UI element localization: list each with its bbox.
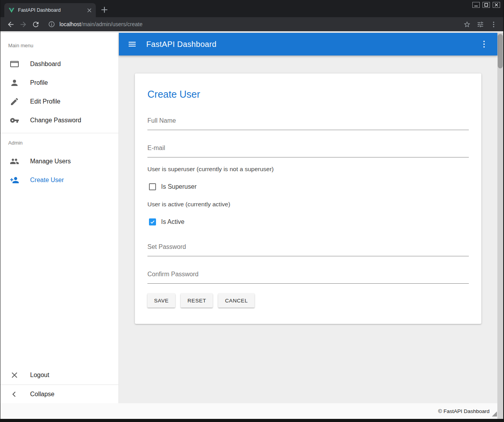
browser-window: FastAPI Dashboard [0, 0, 504, 422]
app-area: Main menu Dashboard Profile Edit Profile [0, 31, 503, 419]
maximize-button[interactable] [482, 2, 490, 8]
full-name-field[interactable] [147, 115, 469, 130]
close-window-button[interactable] [493, 2, 500, 8]
appbar-title: FastAPI Dashboard [146, 40, 470, 49]
sidebar-item-change-password[interactable]: Change Password [0, 111, 118, 130]
form-actions: SAVE RESET CANCEL [147, 293, 469, 308]
sidebar: Main menu Dashboard Profile Edit Profile [0, 33, 119, 403]
is-active-checkbox[interactable]: Is Active [149, 218, 469, 225]
minimize-button[interactable] [472, 2, 480, 8]
sidebar-item-label: Profile [30, 79, 48, 86]
page-footer: © FastAPI Dashboard [0, 403, 497, 419]
appbar: FastAPI Dashboard [119, 33, 497, 55]
checkbox-unchecked-icon [149, 183, 156, 190]
copyright-text: © FastAPI Dashboard [438, 408, 490, 414]
address-bar[interactable]: localhost/main/admin/users/create [59, 21, 459, 27]
person-icon [10, 78, 19, 88]
page-content: Create User User is superuser (currently… [119, 55, 497, 403]
active-note: User is active (currently active) [147, 200, 469, 208]
sidebar-item-label: Create User [30, 177, 64, 184]
checkbox-label: Is Active [161, 218, 185, 225]
reload-icon[interactable] [29, 18, 42, 30]
superuser-note: User is superuser (currently is not a su… [147, 165, 469, 173]
sidebar-item-create-user[interactable]: Create User [0, 171, 118, 190]
reset-button[interactable]: RESET [181, 293, 213, 308]
sidebar-item-manage-users[interactable]: Manage Users [0, 152, 118, 171]
email-field[interactable] [147, 142, 469, 157]
sidebar-item-profile[interactable]: Profile [0, 73, 118, 92]
main-area: FastAPI Dashboard Create User User is su… [119, 33, 497, 403]
tab-title: FastAPI Dashboard [18, 7, 83, 13]
bookmark-star-icon[interactable] [461, 18, 473, 30]
sidebar-item-logout[interactable]: Logout [0, 366, 118, 384]
close-icon [10, 370, 19, 380]
appbar-menu-kebab-icon[interactable] [479, 39, 489, 49]
new-tab-button[interactable] [99, 5, 109, 15]
sidebar-item-label: Dashboard [30, 61, 61, 68]
people-icon [10, 157, 19, 166]
resize-grip[interactable] [492, 411, 497, 417]
sidebar-item-label: Manage Users [30, 158, 71, 165]
sidebar-item-edit-profile[interactable]: Edit Profile [0, 92, 118, 111]
page-title: Create User [147, 88, 469, 100]
browser-tab[interactable]: FastAPI Dashboard [4, 3, 96, 17]
browser-menu-kebab-icon[interactable] [488, 18, 499, 30]
url-path: /main/admin/users/create [81, 21, 142, 27]
confirm-password-field[interactable] [147, 268, 469, 284]
scrollbar-thumb[interactable] [498, 34, 503, 68]
person-add-icon [10, 175, 19, 185]
vue-favicon-icon [8, 7, 15, 14]
save-button[interactable]: SAVE [147, 293, 175, 308]
sidebar-section-admin: Admin [0, 133, 118, 152]
tab-close-icon[interactable] [86, 7, 93, 14]
chevron-left-icon [10, 390, 19, 399]
cancel-button[interactable]: CANCEL [218, 293, 254, 308]
sidebar-item-label: Logout [30, 372, 49, 379]
sidebar-item-label: Change Password [30, 117, 81, 124]
set-password-field[interactable] [147, 241, 469, 256]
dashboard-icon [10, 59, 19, 69]
tab-strip: FastAPI Dashboard [0, 0, 503, 17]
hamburger-menu-icon[interactable] [127, 39, 137, 49]
key-icon [10, 116, 19, 125]
checkbox-checked-icon [149, 218, 156, 225]
browser-toolbar: localhost/main/admin/users/create [0, 17, 503, 31]
create-user-card: Create User User is superuser (currently… [135, 73, 481, 324]
page-info-icon[interactable] [48, 21, 55, 28]
url-host: localhost [59, 21, 81, 27]
sidebar-item-dashboard[interactable]: Dashboard [0, 55, 118, 73]
forward-icon[interactable] [17, 18, 29, 30]
is-superuser-checkbox[interactable]: Is Superuser [149, 183, 469, 190]
sidebar-item-label: Collapse [30, 391, 54, 398]
sidebar-section-main-menu: Main menu [0, 33, 118, 55]
sidebar-collapse-toggle[interactable]: Collapse [0, 384, 118, 403]
sidebar-item-label: Edit Profile [30, 98, 60, 105]
checkbox-label: Is Superuser [161, 183, 197, 190]
pencil-icon [10, 97, 19, 106]
window-controls [472, 2, 500, 8]
scrollbar-track[interactable] [497, 33, 503, 419]
back-icon[interactable] [4, 18, 17, 30]
tune-icon[interactable] [474, 18, 486, 30]
